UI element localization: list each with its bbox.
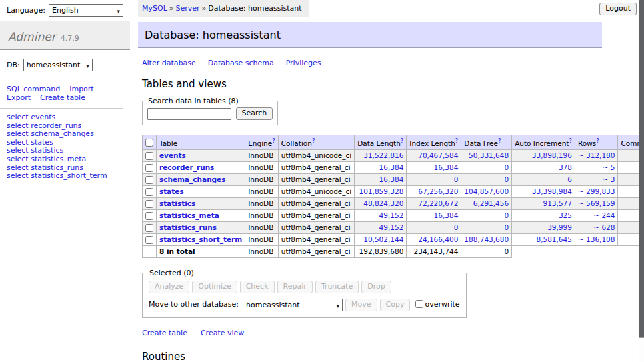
row-checkbox[interactable] — [145, 200, 153, 208]
chevron-down-icon: ▾ — [86, 61, 89, 71]
column-help-link[interactable]: ? — [312, 137, 315, 144]
table-name-link[interactable]: schema_changes — [159, 175, 226, 183]
auto-increment-link[interactable]: 325 — [559, 211, 572, 219]
index-length-link[interactable]: 72,220,672 — [418, 199, 458, 207]
selected-operation-button[interactable]: Truncate — [315, 281, 359, 293]
table-name-link[interactable]: statistics_short_term — [159, 235, 242, 243]
selected-operation-button[interactable]: Check — [240, 281, 275, 293]
database-action-link[interactable]: Database schema — [208, 59, 274, 67]
auto-increment-link[interactable]: 378 — [559, 163, 572, 171]
language-select[interactable]: English▾ — [49, 4, 123, 17]
breadcrumb-mysql-link[interactable]: MySQL — [142, 4, 167, 13]
index-length-link[interactable]: 70,467,584 — [418, 151, 458, 159]
column-help-link[interactable]: ? — [272, 137, 275, 144]
overwrite-checkbox[interactable] — [415, 300, 423, 308]
table-name-link[interactable]: states — [159, 187, 184, 195]
database-action-link[interactable]: Privileges — [286, 59, 321, 67]
index-length-link[interactable]: 0 — [454, 223, 459, 231]
db-select[interactable]: homeassistant▾ — [23, 59, 93, 71]
auto-increment-link[interactable]: 6 — [567, 175, 572, 183]
rows-count-link[interactable]: ~ 628 — [593, 223, 615, 231]
selected-operation-button[interactable]: Analyze — [149, 281, 189, 293]
auto-increment-link[interactable]: 913,577 — [543, 199, 572, 207]
auto-increment-link[interactable]: 39,999 — [547, 223, 572, 231]
move-database-select[interactable]: homeassistant▾ — [243, 299, 343, 311]
column-help-link[interactable]: ? — [455, 137, 459, 144]
row-checkbox[interactable] — [145, 212, 153, 220]
sidebar-action-link[interactable]: Create table — [40, 93, 85, 102]
data-free-link[interactable]: 0 — [504, 211, 509, 219]
rows-count-link[interactable]: ~ 136,108 — [578, 235, 615, 243]
selected-operation-button[interactable]: Optimize — [192, 281, 237, 293]
data-length-link[interactable]: 16,384 — [379, 163, 404, 171]
auto-increment-link[interactable]: 33,898,196 — [532, 151, 572, 159]
search-legend: Search data in tables (8) — [146, 97, 241, 105]
column-help-link[interactable]: ? — [569, 137, 572, 144]
rows-count-link[interactable]: ~ 3 — [603, 175, 615, 183]
table-name-link[interactable]: events — [159, 151, 186, 159]
search-button[interactable]: Search — [236, 107, 273, 120]
sidebar-select-table-link[interactable]: select statistics_meta — [7, 155, 130, 164]
sidebar-action-link[interactable]: Import — [69, 85, 94, 93]
data-free-link[interactable]: 50,331,648 — [469, 151, 509, 159]
table-name-link[interactable]: statistics_runs — [159, 223, 217, 231]
rows-count-link[interactable]: ~ 312,180 — [578, 151, 615, 159]
index-length-link[interactable]: 67,256,320 — [418, 187, 458, 195]
index-length-link[interactable]: 16,384 — [434, 211, 459, 219]
sidebar-action-link[interactable]: Export — [7, 93, 31, 102]
sidebar-select-table-link[interactable]: select events — [7, 113, 130, 122]
data-length-link[interactable]: 49,152 — [379, 223, 404, 231]
data-free-link[interactable]: 188,743,680 — [464, 235, 509, 243]
data-length-link[interactable]: 31,522,816 — [363, 151, 403, 159]
index-length-link[interactable]: 0 — [454, 175, 459, 183]
rows-count-link[interactable]: ~ 5 — [603, 163, 615, 171]
column-help-link[interactable]: ? — [498, 137, 501, 144]
row-checkbox[interactable] — [145, 152, 153, 160]
row-checkbox[interactable] — [145, 236, 153, 244]
data-free-link[interactable]: 0 — [504, 163, 509, 171]
select-all-checkbox[interactable] — [145, 139, 153, 147]
data-free-link[interactable]: 0 — [504, 223, 509, 231]
column-help-link[interactable]: ? — [596, 137, 599, 144]
data-length-link[interactable]: 16,384 — [379, 175, 404, 183]
breadcrumb-server-link[interactable]: Server — [176, 4, 200, 13]
index-length-link[interactable]: 24,166,400 — [418, 235, 458, 243]
selected-operation-button[interactable]: Repair — [277, 281, 313, 293]
cell-index-length: 16,384 — [407, 209, 461, 221]
data-length-link[interactable]: 101,859,328 — [359, 187, 404, 195]
rows-count-link[interactable]: ~ 569,159 — [578, 199, 615, 207]
sidebar-action-link[interactable]: SQL command — [7, 85, 60, 93]
auto-increment-link[interactable]: 8,581,645 — [536, 235, 571, 243]
data-length-link[interactable]: 49,152 — [379, 211, 404, 219]
database-action-link[interactable]: Alter database — [142, 59, 196, 67]
data-free-link[interactable]: 6,291,456 — [473, 199, 509, 207]
scrollbar-thumb[interactable] — [639, 0, 644, 338]
auto-increment-link[interactable]: 33,398,984 — [532, 187, 572, 195]
search-input[interactable] — [147, 108, 231, 120]
create-link[interactable]: Create table — [142, 329, 187, 337]
data-free-link[interactable]: 0 — [504, 175, 509, 183]
move-button[interactable]: Move — [345, 299, 377, 311]
row-checkbox[interactable] — [145, 164, 153, 172]
table-name-link[interactable]: statistics — [159, 199, 195, 207]
data-free-link[interactable]: 104,857,600 — [464, 187, 509, 195]
selected-operation-button[interactable]: Drop — [361, 281, 391, 293]
row-checkbox[interactable] — [145, 176, 153, 184]
rows-count-link[interactable]: ~ 299,833 — [578, 187, 615, 195]
column-help-link[interactable]: ? — [401, 137, 404, 144]
copy-button[interactable]: Copy — [380, 299, 411, 311]
table-name-link[interactable]: recorder_runs — [159, 163, 214, 171]
row-checkbox[interactable] — [145, 224, 153, 232]
table-name-link[interactable]: statistics_meta — [159, 211, 219, 219]
row-checkbox[interactable] — [145, 188, 153, 196]
sidebar-select-table-link[interactable]: select statistics_short_term — [7, 172, 130, 181]
tables-overview-table: TableEngine?Collation?Data Length?Index … — [142, 135, 644, 258]
index-length-link[interactable]: 16,384 — [434, 163, 459, 171]
rows-count-link[interactable]: ~ 244 — [593, 211, 615, 219]
app-name[interactable]: Adminer — [8, 30, 56, 43]
sidebar-select-table-link[interactable]: select schema_changes — [7, 130, 130, 139]
create-link[interactable]: Create view — [201, 329, 244, 337]
cell-table-name: statistics — [157, 197, 245, 209]
data-length-link[interactable]: 10,502,144 — [363, 235, 403, 243]
data-length-link[interactable]: 48,824,320 — [363, 199, 403, 207]
